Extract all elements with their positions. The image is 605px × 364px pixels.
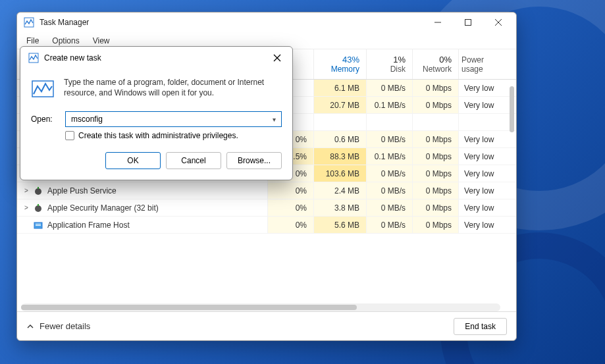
cell-network: 0 Mbps <box>412 199 458 216</box>
cell-power: Very low <box>458 182 510 199</box>
app-icon <box>24 17 34 28</box>
cell-network: 0 Mbps <box>412 131 458 147</box>
cell-memory: 3.8 MB <box>313 199 366 216</box>
cell-network: 0 Mbps <box>412 182 458 199</box>
run-icon <box>28 53 39 63</box>
horizontal-scrollbar[interactable] <box>21 303 500 311</box>
chevron-down-icon[interactable]: ▾ <box>270 116 278 123</box>
end-task-button[interactable]: End task <box>454 318 507 335</box>
titlebar: Task Manager <box>17 13 516 32</box>
svg-rect-2 <box>465 20 471 26</box>
cell-network: 0 Mbps <box>412 97 458 113</box>
cell-disk: 0 MB/s <box>366 165 412 182</box>
dialog-description: Type the name of a program, folder, docu… <box>64 77 282 98</box>
cell-memory: 0.6 MB <box>313 131 366 147</box>
cell-network: 0 Mbps <box>412 148 458 165</box>
process-icon <box>33 203 43 213</box>
admin-checkbox[interactable] <box>65 131 74 140</box>
dialog-close-button[interactable] <box>266 48 288 68</box>
create-task-dialog: Create new task Type the name of a progr… <box>20 46 293 180</box>
cell-network <box>412 114 458 130</box>
bottom-bar: Fewer details End task <box>17 311 516 340</box>
cell-cpu: 0% <box>267 182 313 199</box>
process-icon <box>33 186 43 196</box>
process-icon <box>33 220 43 230</box>
cell-cpu: 0% <box>267 199 313 216</box>
vertical-scrollbar[interactable] <box>510 86 514 132</box>
cell-power: Very low <box>458 80 510 96</box>
svg-point-16 <box>35 205 41 212</box>
cell-disk: 0 MB/s <box>366 217 412 233</box>
cell-disk: 0 MB/s <box>366 80 412 96</box>
cell-disk: 0 MB/s <box>366 182 412 199</box>
open-combobox[interactable]: ▾ <box>65 111 282 127</box>
process-name: Application Frame Host <box>47 221 130 230</box>
browse-button[interactable]: Browse... <box>226 152 282 169</box>
dialog-titlebar: Create new task <box>20 47 292 69</box>
col-power[interactable]: Power usage <box>458 49 510 79</box>
cell-power: Very low <box>458 217 510 233</box>
cell-memory: 6.1 MB <box>313 80 366 96</box>
cell-power: Very low <box>458 97 510 113</box>
process-name: Apple Security Manager (32 bit) <box>47 203 159 213</box>
svg-point-14 <box>35 188 41 195</box>
process-name: Apple Push Service <box>47 186 117 195</box>
cell-name: >Apple Push Service <box>17 182 267 199</box>
cell-disk: 0 MB/s <box>366 199 412 216</box>
fewer-details-toggle[interactable]: Fewer details <box>26 321 90 331</box>
svg-rect-19 <box>36 224 41 224</box>
window-title: Task Manager <box>39 18 423 27</box>
cell-memory <box>313 114 366 130</box>
admin-label: Create this task with administrative pri… <box>78 131 238 140</box>
cell-memory: 5.6 MB <box>313 217 366 233</box>
svg-rect-20 <box>36 225 41 226</box>
cell-memory: 103.6 MB <box>313 165 366 182</box>
svg-rect-17 <box>38 204 39 206</box>
cell-name: Application Frame Host <box>17 217 267 233</box>
col-disk[interactable]: 1% Disk <box>366 49 412 79</box>
col-network[interactable]: 0% Network <box>412 49 458 79</box>
expand-icon[interactable]: > <box>21 204 32 211</box>
cell-power: Very low <box>458 131 510 147</box>
cell-cpu: 0% <box>267 217 313 233</box>
cell-power <box>458 114 510 130</box>
cell-power: Very low <box>458 165 510 182</box>
cell-disk <box>366 114 412 130</box>
cell-power: Very low <box>458 199 510 216</box>
svg-rect-15 <box>38 187 39 189</box>
fewer-details-label: Fewer details <box>39 321 90 331</box>
close-button[interactable] <box>483 13 513 32</box>
run-large-icon <box>31 77 55 101</box>
expand-icon[interactable]: > <box>21 187 32 194</box>
cell-disk: 0.1 MB/s <box>366 97 412 113</box>
dialog-title: Create new task <box>44 53 266 63</box>
maximize-button[interactable] <box>453 13 483 32</box>
cell-disk: 0.1 MB/s <box>366 148 412 165</box>
cell-power: Very low <box>458 148 510 165</box>
col-memory[interactable]: 43% Memory <box>313 49 366 79</box>
chevron-up-icon <box>26 323 34 330</box>
open-input[interactable] <box>71 115 270 124</box>
cancel-button[interactable]: Cancel <box>166 152 221 169</box>
cell-memory: 2.4 MB <box>313 182 366 199</box>
cell-name: >Apple Security Manager (32 bit) <box>17 199 267 216</box>
ok-button[interactable]: OK <box>105 152 161 169</box>
open-label: Open: <box>31 115 59 124</box>
minimize-button[interactable] <box>423 13 453 32</box>
cell-network: 0 Mbps <box>412 80 458 96</box>
cell-network: 0 Mbps <box>412 217 458 233</box>
table-row[interactable]: Application Frame Host0%5.6 MB0 MB/s0 Mb… <box>17 217 516 234</box>
cell-disk: 0 MB/s <box>366 131 412 147</box>
table-row[interactable]: >Apple Security Manager (32 bit)0%3.8 MB… <box>17 199 516 217</box>
table-row[interactable]: >Apple Push Service0%2.4 MB0 MB/s0 MbpsV… <box>17 182 516 199</box>
cell-network: 0 Mbps <box>412 165 458 182</box>
cell-memory: 20.7 MB <box>313 97 366 113</box>
cell-memory: 88.3 MB <box>313 148 366 165</box>
